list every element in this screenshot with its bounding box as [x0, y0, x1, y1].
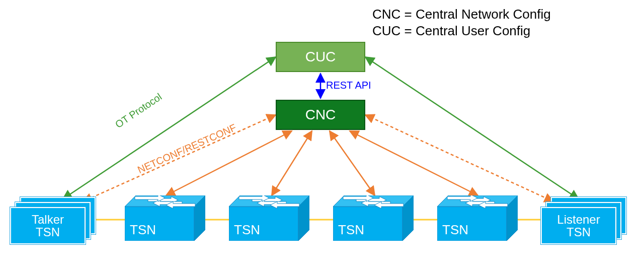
svg-line-2	[365, 57, 579, 199]
tsn-switch-2: TSN	[229, 195, 309, 241]
tsn-switch-3: TSN	[333, 195, 414, 241]
cuc-node: CUC	[276, 42, 365, 72]
cnc-node: CNC	[276, 100, 365, 130]
svg-line-6	[166, 131, 292, 195]
tsn-switch-1-label: TSN	[130, 222, 156, 238]
tsn-switch-2-label: TSN	[234, 222, 260, 238]
cuc-label: CUC	[305, 49, 336, 65]
listener-label-line1: Listener	[557, 213, 600, 226]
svg-line-1	[63, 57, 276, 199]
cnc-label: CNC	[305, 107, 336, 123]
edge-label-ot-protocol: OT Protocol	[113, 91, 164, 131]
talker-card-front: Talker TSN	[10, 207, 86, 244]
edge-label-rest-api: REST API	[326, 80, 371, 91]
listener-label-line2: TSN	[567, 226, 591, 238]
svg-line-5	[365, 115, 553, 202]
tsn-switch-3-label: TSN	[338, 222, 364, 238]
svg-line-7	[272, 131, 312, 195]
talker-label-line2: TSN	[36, 226, 60, 238]
legend-line-cuc: CUC = Central User Config	[372, 23, 551, 39]
listener-node: Listener TSN	[541, 197, 626, 245]
svg-line-8	[330, 131, 375, 195]
talker-node: Talker TSN	[10, 197, 96, 245]
diagram-stage: CUC CNC OT Protocol NETCONF/RESTCONF RES…	[0, 0, 644, 266]
tsn-switch-4-label: TSN	[442, 222, 468, 238]
listener-card-front: Listener TSN	[541, 207, 616, 244]
tsn-switch-4: TSN	[437, 195, 518, 241]
legend: CNC = Central Network Config CUC = Centr…	[372, 6, 551, 39]
legend-line-cnc: CNC = Central Network Config	[372, 6, 551, 23]
talker-label-line1: Talker	[32, 213, 64, 226]
svg-line-9	[350, 131, 478, 195]
tsn-switch-1: TSN	[125, 195, 205, 241]
edge-label-netconf: NETCONF/RESTCONF	[136, 122, 238, 176]
